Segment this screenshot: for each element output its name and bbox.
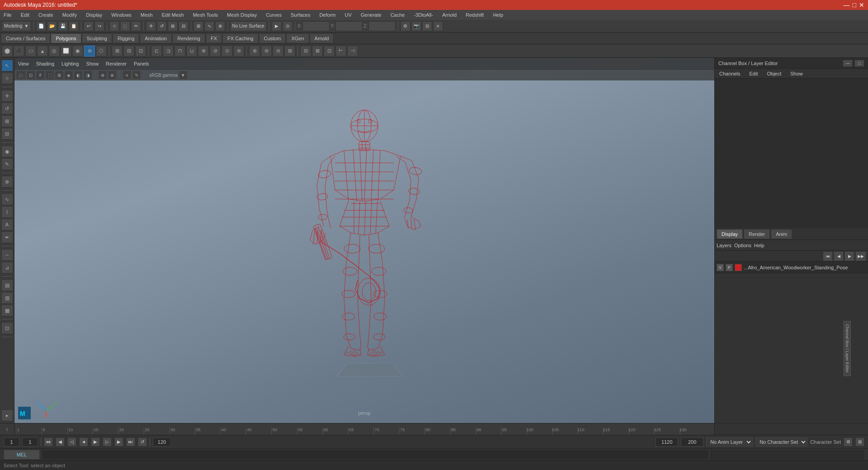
platonic-ico[interactable]: ⬡ [96,46,107,56]
mode-dropdown[interactable]: Modeling ▼ [2,21,31,31]
tab-polygons[interactable]: Polygons [51,33,81,43]
cb-tab-show[interactable]: Show [788,70,806,77]
save-as-btn[interactable]: 📋 [69,21,79,31]
poke-ico[interactable]: ⊗ [198,46,209,56]
help-label[interactable]: Help [754,243,764,248]
move-tool[interactable]: ✛ [1,90,13,102]
y-input[interactable] [335,21,363,31]
menu-modify[interactable]: Modify [61,11,79,19]
display-btn[interactable]: ◈ [65,71,73,79]
menu-help[interactable]: Help [491,11,505,19]
menu-3dto[interactable]: -3DtoAll- [412,11,435,19]
z-input[interactable] [368,21,396,31]
pb-loop-btn[interactable]: ↺ [138,437,147,446]
uv2-ico[interactable]: ⊠ [312,46,323,56]
menu-mesh-display[interactable]: Mesh Display [225,11,259,19]
tab-anim[interactable]: Anim [771,229,792,239]
options-label[interactable]: Options [734,243,751,248]
tab-rendering[interactable]: Rendering [172,33,205,43]
tab-arnold[interactable]: Arnold [310,33,334,43]
tab-render[interactable]: Render [744,229,770,239]
render-layer-btn[interactable]: ▦ [1,305,13,316]
grid-btn[interactable]: # [36,71,44,79]
curve-tool[interactable]: ∿ [1,193,13,205]
show-menu[interactable]: Show [85,60,101,67]
start-frame-input[interactable] [22,437,38,446]
plane-ico[interactable]: ⬜ [61,46,71,56]
layer-color-swatch[interactable] [735,264,742,271]
pb-prev-frame-btn[interactable]: ◁ [67,437,76,446]
menu-create[interactable]: Create [37,11,55,19]
layer-play-btn[interactable]: ▶ [844,251,854,261]
smooth-btn[interactable]: ⊞ [55,71,63,79]
uv3-ico[interactable]: ⊡ [324,46,335,56]
pb-first-btn[interactable]: ⏮ [44,437,53,446]
title-bar-controls[interactable]: — □ ✕ [844,1,864,9]
layer-btn[interactable]: ⊟ [422,21,432,31]
pb-next-frame-btn[interactable]: ▷ [103,437,112,446]
cube-ico[interactable]: ⬛ [14,46,24,56]
subdivide-ico[interactable]: ⊛ [249,46,260,56]
maya-logo[interactable]: M [18,407,31,419]
layer-next-btn[interactable]: ▶▶ [855,251,866,261]
menu-edit-mesh[interactable]: Edit Mesh [160,11,186,19]
rotate-tool[interactable]: ↺ [1,103,13,114]
smooth-ico[interactable]: ⊜ [261,46,272,56]
anim-layer-btn[interactable]: ▥ [1,292,13,304]
pb-last-btn[interactable]: ⏭ [126,437,135,446]
close-btn[interactable]: ✕ [859,1,864,9]
cb-tab-edit[interactable]: Edit [746,70,760,77]
xray-btn[interactable]: ◑ [84,71,92,79]
settings-btn[interactable]: ⚙ [401,21,410,31]
layer-p-flag[interactable]: P [726,264,733,271]
open-btn[interactable]: 📂 [47,21,57,31]
layer-first-btn[interactable]: ⏮ [823,251,833,261]
renderer-menu[interactable]: Renderer [104,60,128,67]
menu-cache[interactable]: Cache [389,11,407,19]
menu-deform[interactable]: Deform [317,11,337,19]
fill-ico[interactable]: ⊓ [175,46,185,56]
menu-curves[interactable]: Curves [264,11,283,19]
wireframe-btn[interactable]: ⬚ [46,71,54,79]
pb-play-btn[interactable]: ▶ [91,437,100,446]
paint-select-tool[interactable]: ⊹ [1,72,13,84]
redo-btn[interactable]: ↪ [94,21,104,31]
anim-start-input[interactable] [656,437,678,446]
tab-display[interactable]: Display [717,229,743,239]
extrude-ico[interactable]: ⊏ [151,46,162,56]
resolution-btn[interactable]: ⊕ [99,71,107,79]
snap-grid-btn[interactable]: ⊞ [193,21,203,31]
lasso-btn[interactable]: ◌ [120,21,130,31]
tab-sculpting[interactable]: Sculpting [82,33,112,43]
text-tool[interactable]: A [1,219,13,230]
camera-btn[interactable]: 📷 [411,21,421,31]
cb-maximize-btn[interactable]: □ [854,60,864,67]
timeline-area[interactable]: 1 1 5 10 15 20 25 30 35 40 45 [0,423,868,435]
shading-menu[interactable]: Shading [34,60,56,67]
multi-cut-ico[interactable]: ⊙ [222,46,232,56]
x-input[interactable] [302,21,330,31]
cb-tab-channels[interactable]: Channels [717,70,743,77]
current-frame-input[interactable] [4,437,19,446]
viewport[interactable]: View Shading Lighting Show Renderer Pane… [14,58,714,423]
hud-btn[interactable]: ≡ [123,71,131,79]
aa-btn[interactable]: ⊗ [108,71,116,79]
combine-ico[interactable]: ⊟ [123,46,134,56]
universal-manip-btn[interactable]: ⊟ [179,21,189,31]
snap-point-btn[interactable]: ⊕ [215,21,225,31]
anim-end-input[interactable] [681,437,703,446]
char-set-btn[interactable]: ⚙ [844,437,853,446]
no-live-surface-btn[interactable]: No Live Surface [230,21,267,31]
curve2-tool[interactable]: ⌇ [1,206,13,218]
wedge-ico[interactable]: ⊘ [210,46,221,56]
menu-redshift[interactable]: Redshift [464,11,486,19]
menu-mesh-tools[interactable]: Mesh Tools [191,11,220,19]
bridge-ico[interactable]: ⊐ [163,46,174,56]
grease-btn[interactable]: ✎ [132,71,141,79]
channel-btn[interactable]: ≡ [433,21,443,31]
scale-tool[interactable]: ⊞ [1,115,13,127]
uv-ico[interactable]: ⊟ [300,46,311,56]
sphere-ico[interactable]: ⬤ [2,46,13,56]
layer-prev-btn[interactable]: ◀ [834,251,844,261]
char-set2-btn[interactable]: ⊞ [855,437,864,446]
